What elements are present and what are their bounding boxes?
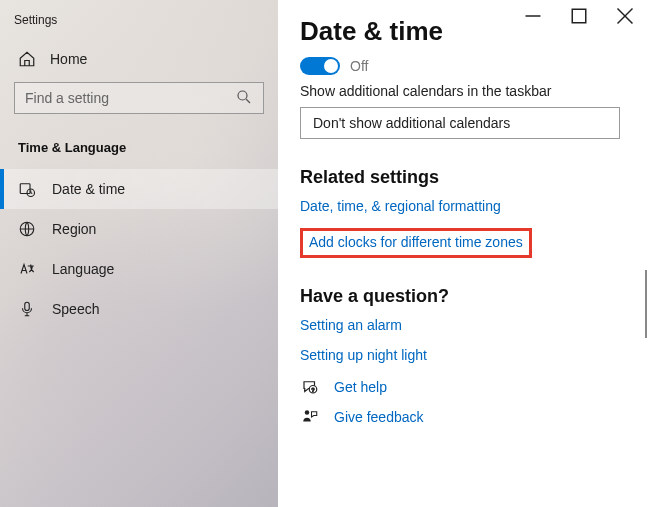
settings-window: Settings Home Time & Language Date & tim… xyxy=(0,0,648,507)
link-setting-alarm[interactable]: Setting an alarm xyxy=(300,317,626,333)
search-icon xyxy=(235,88,253,109)
microphone-icon xyxy=(18,300,36,318)
sidebar: Settings Home Time & Language Date & tim… xyxy=(0,0,278,507)
main-panel: Date & time Off Show additional calendar… xyxy=(278,0,648,507)
highlight-annotation: Add clocks for different time zones xyxy=(300,228,532,258)
window-controls xyxy=(510,0,648,32)
sidebar-section-title: Time & Language xyxy=(0,134,278,169)
maximize-button[interactable] xyxy=(556,0,602,32)
toggle-row: Off xyxy=(300,57,626,75)
sidebar-item-label: Speech xyxy=(52,301,99,317)
minimize-button[interactable] xyxy=(510,0,556,32)
sidebar-item-date-time[interactable]: Date & time xyxy=(0,169,278,209)
feedback-row[interactable]: Give feedback xyxy=(300,407,626,427)
scrollbar-thumb[interactable] xyxy=(645,270,647,338)
related-settings-heading: Related settings xyxy=(300,167,626,188)
question-heading: Have a question? xyxy=(300,286,626,307)
sidebar-item-label: Region xyxy=(52,221,96,237)
close-button[interactable] xyxy=(602,0,648,32)
link-night-light[interactable]: Setting up night light xyxy=(300,347,626,363)
sidebar-item-region[interactable]: Region xyxy=(0,209,278,249)
link-date-time-regional[interactable]: Date, time, & regional formatting xyxy=(300,198,626,214)
additional-calendars-dropdown[interactable]: Don't show additional calendars xyxy=(300,107,620,139)
search-box[interactable] xyxy=(14,82,264,114)
get-help-row[interactable]: ? Get help xyxy=(300,377,626,397)
sidebar-item-speech[interactable]: Speech xyxy=(0,289,278,329)
clock-calendar-icon xyxy=(18,180,36,198)
toggle-state: Off xyxy=(350,58,368,74)
globe-icon xyxy=(18,220,36,238)
additional-calendars-label: Show additional calendars in the taskbar xyxy=(300,83,626,99)
link-get-help[interactable]: Get help xyxy=(334,379,387,395)
toggle-switch[interactable] xyxy=(300,57,340,75)
content-area: Date & time Off Show additional calendar… xyxy=(278,0,648,507)
svg-text:?: ? xyxy=(312,387,315,393)
link-add-clocks[interactable]: Add clocks for different time zones xyxy=(309,234,523,250)
search-input[interactable] xyxy=(25,90,235,106)
svg-point-14 xyxy=(305,410,310,415)
svg-rect-2 xyxy=(20,184,30,194)
svg-rect-9 xyxy=(572,9,586,23)
sidebar-item-label: Date & time xyxy=(52,181,125,197)
svg-line-1 xyxy=(246,99,250,103)
nav-home-label: Home xyxy=(50,51,87,67)
home-icon xyxy=(18,50,36,68)
language-icon xyxy=(18,260,36,278)
svg-rect-7 xyxy=(25,302,30,310)
app-title: Settings xyxy=(0,0,278,40)
dropdown-value: Don't show additional calendars xyxy=(313,115,510,131)
svg-line-5 xyxy=(31,193,33,194)
feedback-icon xyxy=(300,407,320,427)
sidebar-item-label: Language xyxy=(52,261,114,277)
sidebar-item-language[interactable]: Language xyxy=(0,249,278,289)
svg-point-0 xyxy=(238,91,247,100)
help-icon: ? xyxy=(300,377,320,397)
link-give-feedback[interactable]: Give feedback xyxy=(334,409,424,425)
nav-home[interactable]: Home xyxy=(0,40,278,82)
